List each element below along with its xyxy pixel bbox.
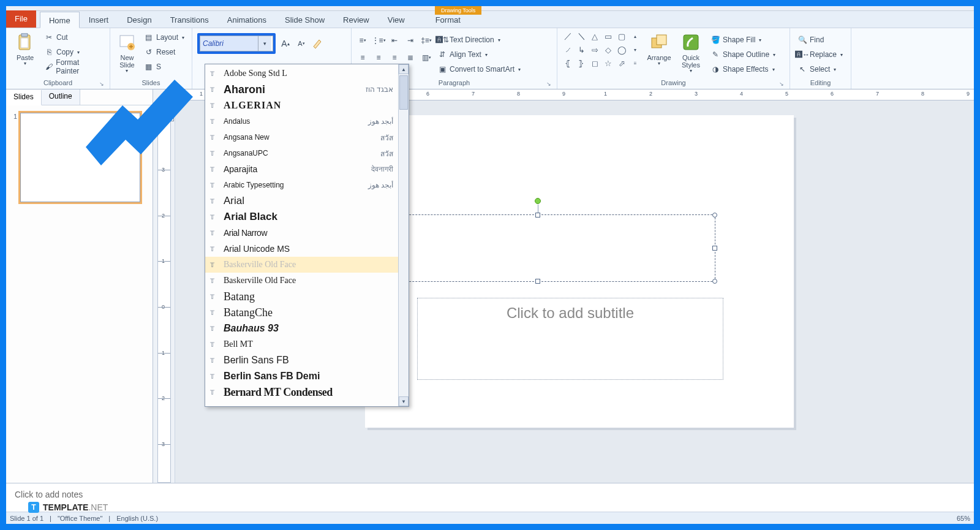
file-tab[interactable]: File [6,10,36,28]
align-right-button[interactable]: ≡ [388,51,401,64]
align-left-button[interactable]: ≡ [356,51,369,64]
shape-rect-icon[interactable]: ▭ [603,31,614,42]
drawing-launcher-icon[interactable]: ↘ [778,79,785,85]
tab-review[interactable]: Review [334,11,379,28]
font-option[interactable]: 𝕋Baskerville Old Face [205,273,398,289]
tab-home[interactable]: Home [40,12,80,28]
font-option[interactable]: 𝕋Batang [205,289,398,305]
subtitle-placeholder[interactable]: Click to add subtitle [417,298,723,380]
tab-slideshow[interactable]: Slide Show [276,11,334,28]
resize-handle[interactable] [535,213,540,218]
tab-view[interactable]: View [379,11,414,28]
font-option[interactable]: 𝕋Adobe Song Std L [205,66,398,81]
shape-triangle-icon[interactable]: △ [589,31,600,42]
shape-roundrect-icon[interactable]: ▢ [616,31,627,42]
resize-handle[interactable] [712,279,717,284]
text-direction-button[interactable]: 🅰⇅Text Direction▾ [435,33,523,47]
gallery-up-icon[interactable]: ▴ [630,31,641,42]
font-option[interactable]: 𝕋Baskerville Old Face [205,257,398,273]
select-button[interactable]: ↖Select▾ [795,62,845,76]
font-dropdown-button[interactable]: ▾ [258,36,271,51]
arrange-button[interactable]: Arrange▾ [644,31,674,67]
font-option[interactable]: 𝕋Berlin Sans FB [205,352,398,368]
font-combobox[interactable]: ▾ [200,36,273,51]
paragraph-launcher-icon[interactable]: ↘ [546,79,552,85]
shape-arrow-icon[interactable]: ⇨ [589,44,600,55]
resize-handle[interactable] [535,279,540,284]
shape-effects-button[interactable]: ◑Shape Effects▾ [708,62,778,76]
cut-button[interactable]: ✂Cut [42,31,105,44]
font-option[interactable]: 𝕋Bauhaus 93 [205,320,398,336]
shape-fill-button[interactable]: 🪣Shape Fill▾ [708,33,778,47]
gallery-more-icon[interactable]: ≡ [630,58,641,69]
resize-handle[interactable] [712,213,717,218]
font-option[interactable]: 𝕋Arial [205,193,398,209]
font-option[interactable]: 𝕋Arial Unicode MS [205,241,398,257]
font-option[interactable]: 𝕋BatangChe [205,305,398,320]
paste-button[interactable]: Paste▾ [11,31,39,67]
line-spacing-button[interactable]: ‡≡▾ [420,34,432,47]
nav-tab-slides[interactable]: Slides [6,90,42,105]
font-option[interactable]: 𝕋Aparajitaदेवनागरी [205,161,398,177]
shape-connector-icon[interactable]: ↳ [576,44,587,55]
shrink-font-button[interactable]: A▾ [295,37,307,50]
font-option[interactable]: 𝕋Arial Narrow [205,225,398,241]
shape-line-icon[interactable]: ／ [562,31,573,42]
smartart-button[interactable]: ▣Convert to SmartArt▾ [435,62,523,76]
shape-outline-button[interactable]: ✎Shape Outline▾ [708,48,778,61]
tab-animations[interactable]: Animations [218,11,276,28]
font-option[interactable]: 𝕋AngsanaUPCสวัส [205,145,398,161]
gallery-down-icon[interactable]: ▾ [630,44,641,55]
shape-line2-icon[interactable]: ＼ [576,31,587,42]
scroll-down-icon[interactable]: ▼ [399,396,409,406]
align-center-button[interactable]: ≡ [372,51,385,64]
font-option[interactable]: 𝕋Andalusأبجد هوز [205,113,398,129]
increase-indent-button[interactable]: ⇥ [404,34,417,47]
shape-freeform-icon[interactable]: ⟋ [562,44,573,55]
slide[interactable]: Click to add subtitle [365,115,794,428]
font-option[interactable]: 𝕋Berlin Sans FB Demi [205,368,398,384]
notes-pane[interactable]: Click to add notes [6,483,974,512]
justify-button[interactable]: ≣ [404,51,417,64]
tab-insert[interactable]: Insert [80,11,118,28]
reset-button[interactable]: ↺Reset [141,45,187,59]
font-option[interactable]: 𝕋Aharoniאבגד הוז [205,81,398,97]
font-option[interactable]: 𝕋Bell MT [205,336,398,352]
tab-transitions[interactable]: Transitions [161,11,218,28]
bullets-button[interactable]: ≡▾ [356,34,369,47]
decrease-indent-button[interactable]: ⇤ [388,34,401,47]
grow-font-button[interactable]: A▴ [279,37,292,50]
status-zoom[interactable]: 65% [957,515,970,522]
scroll-up-icon[interactable]: ▲ [399,64,409,74]
shape-oval-icon[interactable]: ◯ [616,44,627,55]
font-option[interactable]: 𝕋Bernard MT Condensed [205,384,398,400]
quick-styles-button[interactable]: Quick Styles▾ [676,31,706,74]
clear-formatting-button[interactable] [311,37,323,50]
layout-button[interactable]: ▤Layout▾ [141,31,187,44]
shape-arrow2-icon[interactable]: ⬀ [616,58,627,69]
title-placeholder-selected[interactable] [360,214,715,282]
shape-callout-icon[interactable]: ◻ [589,58,600,69]
nav-tab-outline[interactable]: Outline [42,89,80,105]
scroll-thumb[interactable] [399,75,408,110]
status-language[interactable]: English (U.S.) [116,515,158,522]
scrollbar[interactable]: ▲ ▼ [398,64,409,406]
font-option[interactable]: 𝕋ALGERIAN [205,97,398,113]
columns-button[interactable]: ▥▾ [420,51,432,64]
shapes-gallery[interactable]: ／ ＼ △ ▭ ▢ ▴ ⟋ ↳ ⇨ ◇ ◯ ▾ ⦃ ⦄ ◻ ☆ ⬀ [562,31,642,70]
copy-button[interactable]: ⎘Copy▾ [42,45,105,59]
font-option[interactable]: 𝕋Angsana Newสวัส [205,129,398,145]
resize-handle[interactable] [712,246,717,251]
font-option[interactable]: 𝕋Arial Black [205,209,398,225]
align-text-button[interactable]: ⇵Align Text▾ [435,48,523,61]
shape-brace2-icon[interactable]: ⦄ [576,58,587,69]
font-input[interactable] [200,36,258,51]
find-button[interactable]: 🔍Find [795,33,845,47]
shape-diamond-icon[interactable]: ◇ [603,44,614,55]
replace-button[interactable]: 🅰↔Replace▾ [795,48,845,61]
tab-design[interactable]: Design [118,11,160,28]
shape-star-icon[interactable]: ☆ [603,58,614,69]
numbering-button[interactable]: ⋮≡▾ [372,34,385,47]
rotate-handle-icon[interactable] [535,198,541,204]
shape-brace-icon[interactable]: ⦃ [562,58,573,69]
